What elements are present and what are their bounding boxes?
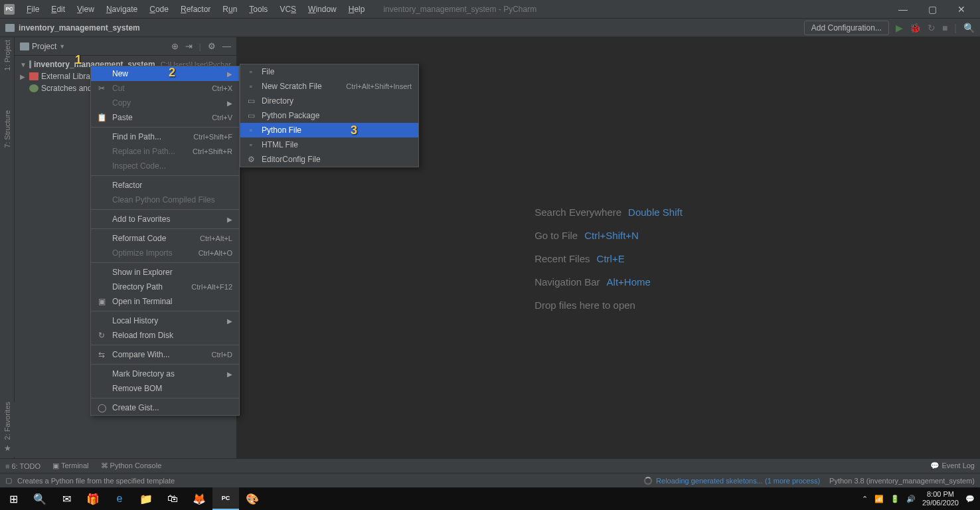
menu-window[interactable]: Window bbox=[303, 3, 342, 16]
new-scratch-file-icon: ▫ bbox=[246, 82, 256, 91]
menu-edit[interactable]: Edit bbox=[46, 3, 70, 16]
windows-taskbar: ⊞ 🔍 ✉ 🎁 e 📁 🛍 🦊 PC 🎨 ⌃ 📶 🔋 🔊 8:00 PM 29/… bbox=[0, 487, 980, 510]
firefox-icon[interactable]: 🦊 bbox=[186, 487, 212, 510]
collapse-icon[interactable]: — bbox=[222, 41, 231, 51]
menu-tools[interactable]: Tools bbox=[244, 3, 273, 16]
close-button[interactable]: ✕ bbox=[947, 0, 976, 19]
menubar: File Edit View Navigate Code Refactor Ru… bbox=[21, 3, 370, 16]
menu-item-find-in-path-[interactable]: Find in Path...Ctrl+Shift+F bbox=[91, 129, 239, 144]
wifi-icon[interactable]: 📶 bbox=[874, 495, 884, 503]
pycharm-taskbar-icon[interactable]: PC bbox=[212, 487, 239, 510]
menu-refactor[interactable]: Refactor bbox=[175, 3, 216, 16]
menu-item-refactor[interactable]: Refactor bbox=[91, 178, 239, 193]
tray-chevron-icon[interactable]: ⌃ bbox=[862, 495, 868, 503]
menu-item-remove-bom[interactable]: Remove BOM bbox=[91, 381, 239, 396]
menu-item-create-gist-[interactable]: ◯Create Gist... bbox=[91, 400, 239, 415]
panel-toggle-icon[interactable]: ▢ bbox=[5, 476, 12, 485]
menu-item-file[interactable]: ▫File bbox=[240, 64, 418, 79]
start-button[interactable]: ⊞ bbox=[0, 487, 27, 510]
menu-code[interactable]: Code bbox=[144, 3, 174, 16]
search-icon[interactable]: 🔍 bbox=[27, 487, 53, 510]
menu-item-local-history[interactable]: Local History▶ bbox=[91, 313, 239, 328]
menu-item-new[interactable]: New▶ bbox=[91, 66, 239, 81]
breadcrumb-root[interactable]: inventory_management_system bbox=[19, 23, 140, 33]
menu-item-add-to-favorites[interactable]: Add to Favorites▶ bbox=[91, 212, 239, 226]
menu-item-python-file[interactable]: ▫Python File bbox=[240, 123, 418, 137]
context-menu: New▶✂CutCtrl+XCopy▶📋PasteCtrl+VFind in P… bbox=[90, 66, 240, 416]
minimize-button[interactable]: — bbox=[888, 0, 918, 19]
structure-tool-tab[interactable]: 7: Structure bbox=[3, 110, 11, 148]
paint-icon[interactable]: 🎨 bbox=[239, 487, 266, 510]
battery-icon[interactable]: 🔋 bbox=[890, 495, 900, 503]
menu-item-reformat-code[interactable]: Reformat CodeCtrl+Alt+L bbox=[91, 231, 239, 246]
drop-hint: Drop files here to open bbox=[534, 299, 635, 311]
menu-item-paste[interactable]: 📋PasteCtrl+V bbox=[91, 110, 239, 125]
target-icon[interactable]: ⊕ bbox=[171, 41, 179, 51]
menu-item-new-scratch-file[interactable]: ▫New Scratch FileCtrl+Alt+Shift+Insert bbox=[240, 79, 418, 94]
chevron-right-icon: ▶ bbox=[227, 371, 232, 378]
menu-item-label: Refactor bbox=[112, 181, 232, 190]
scratches-icon bbox=[29, 84, 39, 92]
search-icon[interactable]: 🔍 bbox=[963, 23, 975, 33]
menu-navigate[interactable]: Navigate bbox=[101, 3, 143, 16]
chevron-right-icon: ▶ bbox=[227, 317, 232, 325]
menu-item-label: Reload from Disk bbox=[112, 331, 232, 340]
menu-item-python-package[interactable]: ▭Python Package bbox=[240, 108, 418, 123]
hint-key: Alt+Home bbox=[607, 276, 651, 288]
edge-icon[interactable]: e bbox=[106, 487, 133, 510]
menu-item-editorconfig-file[interactable]: ⚙EditorConfig File bbox=[240, 152, 418, 167]
chevron-right-icon[interactable]: ▶ bbox=[20, 73, 27, 80]
shortcut-label: Ctrl+D bbox=[212, 351, 232, 359]
rerun-icon[interactable]: ↻ bbox=[928, 23, 936, 33]
menu-item-label: New bbox=[112, 69, 222, 78]
bottom-tool-tabs: ≡ 6: TODO ▣ Terminal ⌘ Python Console 💬 … bbox=[0, 458, 980, 473]
mail-icon[interactable]: ✉ bbox=[53, 487, 80, 510]
menu-file[interactable]: File bbox=[21, 3, 44, 16]
menu-item-compare-with-[interactable]: ⇆Compare With...Ctrl+D bbox=[91, 347, 239, 362]
menu-item-label: Replace in Path... bbox=[112, 147, 187, 156]
menu-item-label: Directory Path bbox=[112, 282, 186, 292]
event-log-tab[interactable]: 💬 Event Log bbox=[930, 462, 975, 470]
ms-store-icon[interactable]: 🛍 bbox=[159, 487, 186, 510]
chevron-down-icon[interactable]: ▼ bbox=[59, 43, 65, 50]
stop-icon[interactable]: ■ bbox=[942, 23, 947, 33]
notifications-icon[interactable]: 💬 bbox=[965, 495, 975, 503]
menu-help[interactable]: Help bbox=[343, 3, 370, 16]
interpreter-label[interactable]: Python 3.8 (inventory_management_system) bbox=[829, 477, 975, 485]
favorites-tool-tab[interactable]: 2: Favorites bbox=[3, 402, 11, 440]
gear-icon[interactable]: ⚙ bbox=[208, 41, 216, 51]
todo-tab[interactable]: ≡ 6: TODO bbox=[5, 462, 41, 470]
menu-view[interactable]: View bbox=[72, 3, 100, 16]
star-icon[interactable]: ★ bbox=[4, 444, 11, 453]
run-icon[interactable]: ▶ bbox=[896, 23, 903, 33]
menu-item-html-file[interactable]: ▫HTML File bbox=[240, 137, 418, 152]
terminal-tab[interactable]: ▣ Terminal bbox=[52, 462, 88, 470]
volume-icon[interactable]: 🔊 bbox=[906, 495, 916, 503]
taskbar-clock[interactable]: 8:00 PM 29/06/2020 bbox=[922, 490, 959, 507]
project-panel-title[interactable]: Project bbox=[32, 42, 56, 51]
menu-item-label: Add to Favorites bbox=[112, 214, 222, 224]
folder-icon bbox=[20, 42, 29, 50]
menu-run[interactable]: Run bbox=[217, 3, 242, 16]
menu-item-label: Show in Explorer bbox=[112, 268, 232, 277]
menu-item-directory[interactable]: ▭Directory bbox=[240, 94, 418, 108]
menu-vcs[interactable]: VCS bbox=[274, 3, 301, 16]
add-configuration-button[interactable]: Add Configuration... bbox=[804, 21, 889, 35]
expand-icon[interactable]: ⇥ bbox=[185, 41, 193, 51]
bg-task-link[interactable]: Reloading generated skeletons... (1 more… bbox=[656, 477, 820, 485]
maximize-button[interactable]: ▢ bbox=[918, 0, 947, 19]
editorconfig-file-icon: ⚙ bbox=[246, 155, 256, 164]
chevron-down-icon[interactable]: ▼ bbox=[20, 61, 27, 68]
paste-icon: 📋 bbox=[96, 113, 107, 122]
menu-item-mark-directory-as[interactable]: Mark Directory as▶ bbox=[91, 367, 239, 381]
file-explorer-icon[interactable]: 📁 bbox=[133, 487, 159, 510]
project-tool-tab[interactable]: 1: Project bbox=[3, 40, 11, 70]
python-console-tab[interactable]: ⌘ Python Console bbox=[101, 462, 162, 470]
menu-item-show-in-explorer[interactable]: Show in Explorer bbox=[91, 265, 239, 280]
menu-item-reload-from-disk[interactable]: ↻Reload from Disk bbox=[91, 328, 239, 343]
store-icon[interactable]: 🎁 bbox=[80, 487, 106, 510]
menu-item-open-in-terminal[interactable]: ▣Open in Terminal bbox=[91, 294, 239, 309]
debug-icon[interactable]: 🐞 bbox=[910, 23, 921, 33]
python-package-icon: ▭ bbox=[246, 111, 256, 120]
menu-item-directory-path[interactable]: Directory PathCtrl+Alt+F12 bbox=[91, 280, 239, 294]
